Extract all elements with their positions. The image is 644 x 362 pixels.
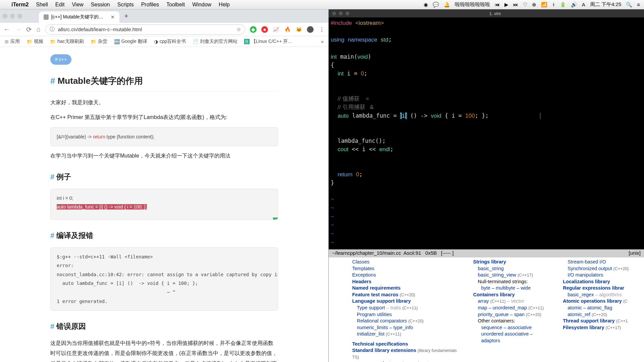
- window-controls[interactable]: [3, 14, 22, 18]
- doc-heading[interactable]: Localizations library: [563, 279, 641, 285]
- paragraph: 这是因为当你用值捕获也就是中括号中的=符号，当你用值捕获的时候，并不会像正常使用…: [50, 338, 278, 362]
- doc-heading[interactable]: Named requirements: [352, 285, 461, 292]
- doc-heading[interactable]: Strings library: [473, 259, 551, 265]
- status-volume-icon[interactable]: 🔊: [571, 2, 577, 8]
- cppreference-page: Classes Templates Exceptions Headers Nam…: [329, 257, 644, 362]
- app-menu[interactable]: iTerm2: [11, 2, 29, 8]
- ext-icon-1[interactable]: ◆: [250, 26, 257, 33]
- doc-link[interactable]: Exceptions: [352, 272, 461, 279]
- doc-heading[interactable]: Containers library: [473, 292, 551, 298]
- ext-icon-5[interactable]: 🐱: [296, 26, 302, 33]
- article-tag[interactable]: # c++: [50, 54, 71, 65]
- status-wifi-icon[interactable]: 📶: [541, 2, 547, 8]
- tab-strip: [c++] Mutable关键字的作用 - ✕ +: [0, 9, 328, 23]
- menu-session[interactable]: Session: [91, 2, 110, 8]
- chrome-menu-icon[interactable]: ⋮: [318, 26, 325, 33]
- menu-edit[interactable]: Edit: [55, 2, 65, 8]
- menu-toolbelt[interactable]: Toolbelt: [166, 2, 185, 8]
- new-tab-button[interactable]: +: [124, 12, 128, 20]
- browser-tab[interactable]: [c++] Mutable关键字的作用 - ✕: [39, 11, 119, 23]
- back-button[interactable]: ←: [3, 25, 10, 33]
- terminal-title: 1. vim: [489, 11, 501, 16]
- tab-favicon: [44, 14, 49, 20]
- menubar-clock[interactable]: 周二 下午4:25: [590, 1, 621, 8]
- code-block-3: $:g++ --std=c++11 -Wall <filename> error…: [50, 247, 278, 311]
- tab-close-icon[interactable]: ✕: [111, 14, 115, 20]
- iterm-window: 1. vim #include <iostream> using namespa…: [329, 9, 644, 257]
- media-heart-icon[interactable]: ♡: [523, 2, 527, 8]
- section-reason: # 错误原因: [50, 319, 278, 334]
- bookmark-apps[interactable]: ⊞应用: [5, 39, 20, 45]
- site-info-icon[interactable]: ⓘ: [50, 26, 55, 33]
- toolbar: ← → ⟳ ⌂ ⓘ allsrc.cn/default/learn-c--mut…: [0, 23, 328, 36]
- media-next-icon[interactable]: ⏭: [513, 2, 518, 7]
- macos-menubar: iTerm2 Shell Edit View Session Scripts P…: [0, 0, 644, 9]
- bookmarks-bar: ⊞应用 📁视频 📁hac无聊刷刷 📁杂货 🔤Google 翻译 ◑cpp百科全书…: [0, 36, 328, 47]
- address-bar[interactable]: ⓘ allsrc.cn/default/learn-c--mutable.htm…: [45, 24, 245, 35]
- doc-link[interactable]: Templates: [352, 265, 461, 272]
- vim-statusline: ~/learncpp/chapter_10/main.cc Ascii:91 0…: [329, 249, 644, 257]
- paragraph: 大家好，我是刘傲天。: [50, 98, 278, 108]
- tab-title: [c++] Mutable关键字的作用 -: [51, 14, 106, 20]
- menu-view[interactable]: View: [72, 2, 83, 8]
- bookmark-blog[interactable]: 📄刘傲天的官方网站: [193, 39, 237, 45]
- status-input-icon[interactable]: A: [582, 2, 585, 7]
- bookmark-hac[interactable]: 📁hac无聊刷刷: [50, 39, 84, 45]
- home-button[interactable]: ⌂: [37, 25, 41, 33]
- terminal-titlebar: 1. vim: [329, 9, 644, 17]
- chrome-window: [c++] Mutable关键字的作用 - ✕ + ← → ⟳ ⌂ ⓘ alls…: [0, 9, 329, 362]
- reload-button[interactable]: ⟳: [26, 25, 32, 34]
- section-compile: # 编译及报错: [50, 229, 278, 243]
- media-prev-icon[interactable]: ⏮: [495, 2, 500, 7]
- status-bt-icon[interactable]: ᚼ: [552, 2, 555, 7]
- bookmark-misc[interactable]: 📁杂货: [91, 39, 107, 45]
- bookmarks-overflow-icon[interactable]: »: [321, 39, 324, 44]
- control-center-icon[interactable]: ≡: [637, 2, 640, 7]
- code-block-1: [&/=](variable) -> return type {function…: [50, 127, 278, 146]
- ext-icon-2[interactable]: ●: [261, 26, 268, 33]
- url-text: allsrc.cn/default/learn-c--mutable.html: [58, 26, 142, 32]
- profile-avatar[interactable]: [307, 26, 314, 33]
- menu-window[interactable]: Window: [192, 2, 211, 8]
- bookmark-translate[interactable]: 🔤Google 翻译: [114, 39, 147, 45]
- status-bell-icon[interactable]: 🔔: [444, 2, 450, 8]
- status-globe-icon[interactable]: ⊕: [532, 2, 536, 8]
- vim-cursor: [540, 113, 542, 119]
- menu-scripts[interactable]: Scripts: [117, 2, 134, 8]
- page-title: # Mutable关键字的作用: [50, 73, 278, 92]
- doc-heading[interactable]: Regular expressions librar: [563, 285, 641, 292]
- menu-profiles[interactable]: Profiles: [141, 2, 159, 8]
- menu-shell[interactable]: Shell: [36, 2, 48, 8]
- spotlight-icon[interactable]: 🔍: [626, 2, 632, 8]
- bookmark-video[interactable]: 📁视频: [26, 39, 43, 45]
- bookmark-linux[interactable]: B【Linux C/C++ 开…: [244, 39, 292, 45]
- doc-link[interactable]: Classes: [352, 259, 461, 265]
- status-wechat-icon[interactable]: 💬: [433, 2, 439, 8]
- doc-heading[interactable]: Headers: [352, 279, 461, 285]
- paragraph: 在学习当中学习到一个关键字Mutable，今天就来介绍一下这个关键字的用法: [50, 151, 278, 161]
- doc-heading[interactable]: Language support library: [352, 298, 461, 305]
- bookmark-star-icon[interactable]: ☆: [236, 26, 241, 33]
- code-block-2: int i = 0; auto lambda_func = [i] () -> …: [50, 189, 278, 220]
- translate-badge[interactable]: 译: [273, 218, 278, 220]
- bookmark-cppref[interactable]: ◑cpp百科全书: [154, 39, 186, 45]
- media-play-icon[interactable]: ▶: [504, 2, 508, 8]
- terminal-window-controls[interactable]: [332, 11, 350, 15]
- page-content: # c++ # Mutable关键字的作用 大家好，我是刘傲天。 在C++ Pr…: [0, 47, 328, 362]
- ext-icon-3[interactable]: 📈: [273, 26, 279, 33]
- ext-icon-4[interactable]: 🔥: [284, 26, 291, 33]
- paragraph: 在C++ Primer 第五版中第十章节学到了Lambda表达式(匿名函数)，格…: [50, 112, 278, 122]
- status-battery-icon[interactable]: 🔋: [560, 2, 566, 8]
- menu-help[interactable]: Help: [219, 2, 230, 8]
- status-record-icon[interactable]: ◉: [424, 2, 428, 8]
- status-text[interactable]: 啦啦啦啦啦啦啦: [455, 1, 490, 8]
- doc-heading[interactable]: Technical specifications: [352, 341, 461, 348]
- forward-button[interactable]: →: [15, 25, 21, 33]
- section-example: # 例子: [50, 170, 278, 184]
